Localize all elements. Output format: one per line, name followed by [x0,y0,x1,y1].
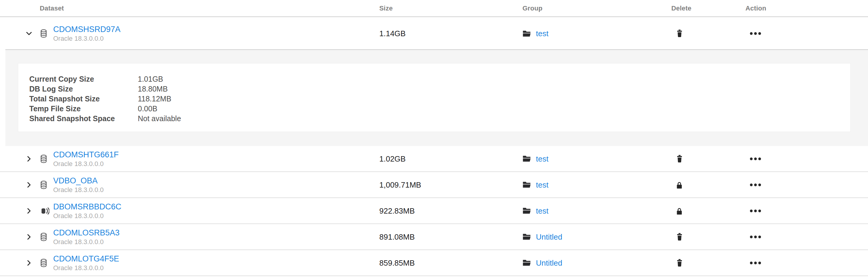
group-link[interactable]: test [536,29,549,38]
group-link[interactable]: test [536,180,549,189]
dataset-name-block: DBOMSRBBDC6C Oracle 18.3.0.0.0 [53,202,121,220]
database-icon [40,29,47,38]
dataset-engine-version: Oracle 18.3.0.0.0 [53,212,121,220]
chevron-right-icon[interactable] [25,181,33,189]
detail-row: Total Snapshot Size 118.12MB [29,94,850,104]
folder-icon [523,30,531,37]
dataset-name-block: CDOMSHTG661F Oracle 18.3.0.0.0 [53,150,119,168]
column-header-size: Size [379,4,393,12]
table-row: CDOMLOTG4F5E Oracle 18.3.0.0.0 859.85MB … [0,250,868,276]
dataset-size: 1.14GB [379,29,406,38]
table-row: CDOMSHTG661F Oracle 18.3.0.0.0 1.02GB te… [0,146,868,172]
group-cell: test [523,180,549,189]
database-icon [40,233,47,241]
table-header-row: Dataset Size Group Delete Action [0,0,868,17]
detail-value: 1.01GB [138,74,163,84]
detail-row: Shared Snapshot Space Not available [29,114,850,123]
actions-menu-button[interactable] [747,32,764,35]
detail-label: DB Log Size [29,84,138,94]
trash-icon[interactable] [672,259,687,267]
dataset-size: 859.85MB [379,258,415,268]
chevron-down-icon[interactable] [25,30,33,37]
dataset-engine-version: Oracle 18.3.0.0.0 [53,35,120,43]
group-link[interactable]: Untitled [536,258,562,268]
database-icon [40,259,47,267]
dataset-engine-version: Oracle 18.3.0.0.0 [53,186,104,194]
detail-value: 0.00B [138,104,157,114]
dataset-link[interactable]: CDOMSHTG661F [53,150,119,159]
actions-menu-button[interactable] [747,209,764,212]
column-header-group: Group [523,4,542,12]
dataset-details-card: Current Copy Size 1.01GB DB Log Size 18.… [18,63,851,132]
expanded-details-panel: Current Copy Size 1.01GB DB Log Size 18.… [5,50,868,146]
detail-row: Current Copy Size 1.01GB [29,74,850,84]
table-row: CDOMLOSRB5A3 Oracle 18.3.0.0.0 891.08MB … [0,224,868,250]
table-row: CDOMSHSRD97A Oracle 18.3.0.0.0 1.14GB te… [0,17,868,50]
dataset-name-block: CDOMLOSRB5A3 Oracle 18.3.0.0.0 [53,228,120,246]
detail-value: 18.80MB [138,84,168,94]
group-cell: Untitled [523,232,562,242]
detail-value: 118.12MB [138,94,171,104]
datasets-table: Dataset Size Group Delete Action CDOMSHS… [0,0,868,276]
dsource-icon [40,207,49,215]
trash-icon[interactable] [672,233,687,241]
actions-menu-button[interactable] [747,235,764,238]
folder-icon [523,233,531,241]
dataset-engine-version: Oracle 18.3.0.0.0 [53,160,119,168]
detail-label: Total Snapshot Size [29,94,138,104]
dataset-name-block: VDBO_OBA Oracle 18.3.0.0.0 [53,176,104,194]
group-link[interactable]: Untitled [536,232,562,242]
detail-row: DB Log Size 18.80MB [29,84,850,94]
dataset-size: 1.02GB [379,154,406,163]
trash-icon[interactable] [672,30,687,37]
group-link[interactable]: test [536,206,549,215]
chevron-right-icon[interactable] [25,207,33,215]
group-cell: test [523,29,549,38]
database-icon [40,181,47,189]
chevron-right-icon[interactable] [25,233,33,241]
actions-menu-button[interactable] [747,157,764,160]
dataset-link[interactable]: VDBO_OBA [53,176,104,185]
column-header-delete: Delete [671,4,691,12]
group-cell: test [523,206,549,215]
folder-icon [523,155,531,163]
detail-label: Temp File Size [29,104,138,114]
dataset-name-block: CDOMLOTG4F5E Oracle 18.3.0.0.0 [53,254,119,272]
detail-value: Not available [138,114,181,123]
dataset-size: 922.83MB [379,206,415,215]
dataset-link[interactable]: CDOMLOSRB5A3 [53,228,120,237]
column-header-dataset: Dataset [40,4,64,12]
actions-menu-button[interactable] [747,184,764,186]
table-row: DBOMSRBBDC6C Oracle 18.3.0.0.0 922.83MB … [0,198,868,224]
dataset-size: 1,009.71MB [379,180,421,189]
group-cell: test [523,154,549,163]
folder-icon [523,259,531,267]
dataset-link[interactable]: CDOMSHSRD97A [53,25,120,34]
detail-label: Shared Snapshot Space [29,114,138,123]
dataset-link[interactable]: DBOMSRBBDC6C [53,202,121,211]
dataset-engine-version: Oracle 18.3.0.0.0 [53,264,119,272]
lock-icon[interactable] [672,207,687,215]
lock-icon[interactable] [672,181,687,189]
database-icon [40,155,47,163]
actions-menu-button[interactable] [747,261,764,264]
folder-icon [523,207,531,215]
group-cell: Untitled [523,258,562,268]
dataset-name-block: CDOMSHSRD97A Oracle 18.3.0.0.0 [53,25,120,43]
detail-row: Temp File Size 0.00B [29,104,850,114]
dataset-engine-version: Oracle 18.3.0.0.0 [53,238,120,246]
chevron-right-icon[interactable] [25,155,33,163]
trash-icon[interactable] [672,155,687,163]
column-header-action: Action [745,4,766,12]
group-link[interactable]: test [536,154,549,163]
dataset-size: 891.08MB [379,232,415,242]
folder-icon [523,181,531,189]
dataset-link[interactable]: CDOMLOTG4F5E [53,254,119,263]
detail-label: Current Copy Size [29,74,138,84]
chevron-right-icon[interactable] [25,259,33,267]
table-row: VDBO_OBA Oracle 18.3.0.0.0 1,009.71MB te… [0,172,868,198]
